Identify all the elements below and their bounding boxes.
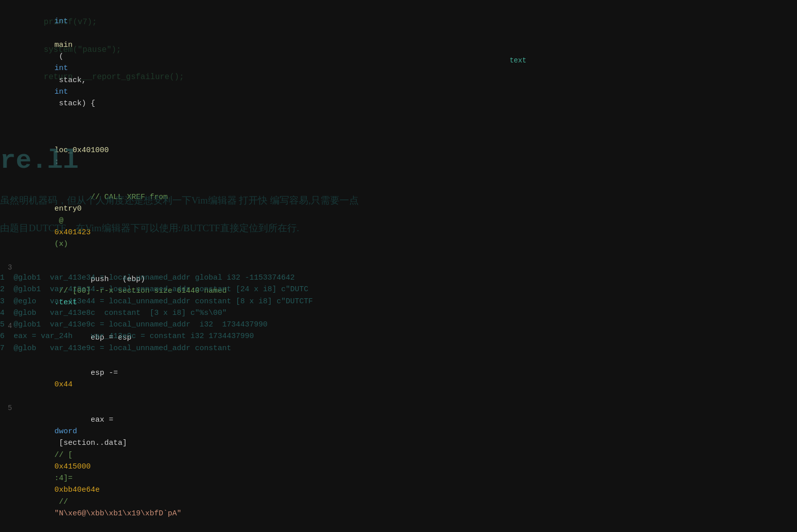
line-content: // CALL XREF from entry0 @ 0x401423 (x) [18,180,797,262]
kw-int: int [54,17,68,26]
line-content: eax = dword [section..data] // [ 0x41500… [18,403,797,531]
line-content: int main ( int stack, int stack) { [18,4,797,121]
code-line-esp: esp -= 0x44 [0,356,797,403]
line-content: esp -= 0x44 [18,356,797,403]
line-content: loc_0x401000 : [18,121,797,180]
fn-main: main [54,41,73,49]
code-line-xref: // CALL XREF from entry0 @ 0x401423 (x) [0,180,797,262]
line-num-4: 4 [0,321,18,332]
code-line-3: 3 push (ebp) // [00] -r-x section size 6… [0,262,797,320]
line-content: ebp = esp [18,320,797,356]
line-num-3: 3 [0,262,18,274]
line-content: push (ebp) // [00] -r-x section size 614… [18,262,797,320]
code-line-5: 5 eax = dword [section..data] // [ 0x415… [0,403,797,531]
code-line-4: 4 ebp = esp [0,320,797,356]
line-num-5: 5 [0,403,18,414]
code-block: int main ( int stack, int stack) { loc_0… [0,0,797,532]
code-line-loc: loc_0x401000 : [0,121,797,180]
code-line-header: int main ( int stack, int stack) { [0,4,797,121]
code-container: printf(v7); system("pause"); return ___r… [0,0,797,532]
